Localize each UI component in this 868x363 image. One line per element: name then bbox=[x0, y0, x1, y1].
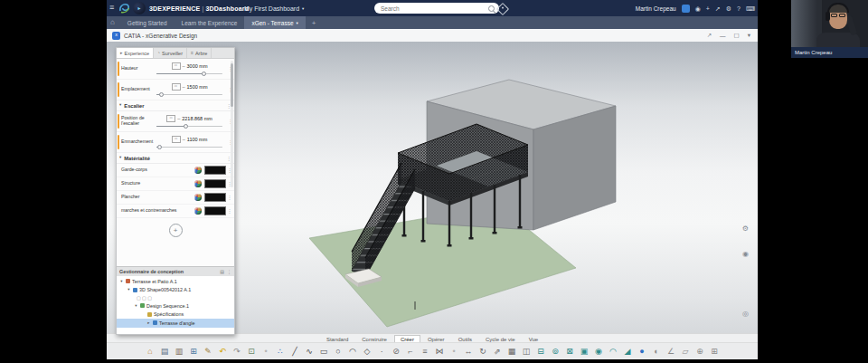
add-parameter-button[interactable]: + bbox=[169, 224, 183, 237]
rectangle-icon[interactable]: ▭ bbox=[317, 345, 330, 358]
fillet-icon[interactable]: ◠ bbox=[607, 345, 619, 358]
sketch-icon[interactable]: ✎ bbox=[202, 345, 214, 358]
trim-icon[interactable]: ⊘ bbox=[390, 345, 402, 358]
share-icon[interactable]: ↗ bbox=[715, 5, 721, 12]
expand-icon[interactable]: ▸ bbox=[146, 321, 151, 326]
translate-icon[interactable]: ↔ bbox=[462, 345, 475, 358]
tab-xgen-terrasse[interactable]: xGen - Terrasse▾ bbox=[244, 16, 305, 29]
home-icon[interactable]: ⌂ bbox=[110, 19, 115, 26]
chamfer-icon[interactable]: ◢ bbox=[621, 345, 634, 358]
slider-handle[interactable] bbox=[184, 124, 188, 129]
material-sphere-icon[interactable] bbox=[194, 167, 202, 174]
arc-icon[interactable]: ◠ bbox=[346, 345, 359, 358]
param-value[interactable]: 1500 mm bbox=[187, 84, 208, 90]
tab-learn-the-experience[interactable]: Learn the Experience bbox=[175, 16, 245, 29]
tab-getting-started[interactable]: Getting Started bbox=[120, 16, 175, 29]
circle-icon[interactable]: ○ bbox=[332, 345, 344, 358]
line-icon[interactable]: ╱ bbox=[288, 345, 301, 358]
tree-item[interactable]: ▾ Design Sequence.1 bbox=[117, 301, 234, 310]
menu-icon[interactable]: ≡ bbox=[109, 4, 114, 12]
compass-play-icon[interactable]: ▸ bbox=[133, 2, 146, 14]
material-color-swatch[interactable] bbox=[204, 166, 226, 175]
material-color-swatch[interactable] bbox=[204, 179, 226, 188]
catalog-icon[interactable]: ▥ bbox=[173, 345, 185, 358]
thicken-icon[interactable]: ◉ bbox=[592, 345, 605, 358]
home-icon[interactable]: ⌂ bbox=[144, 345, 156, 358]
revolve-icon[interactable]: ⊚ bbox=[549, 345, 561, 358]
offset-icon[interactable]: ≡ bbox=[419, 345, 431, 358]
slider-handle[interactable] bbox=[159, 92, 164, 97]
help-icon[interactable]: ? bbox=[737, 5, 741, 12]
fullscreen-icon[interactable]: ▢ bbox=[734, 32, 740, 39]
loft-icon[interactable]: ▣ bbox=[578, 345, 590, 358]
corner-icon[interactable]: ⌐ bbox=[404, 345, 417, 358]
compass-icon[interactable]: ◉ bbox=[695, 5, 701, 12]
keyboard-icon[interactable]: ⌨ bbox=[746, 5, 755, 12]
spline-icon[interactable]: ∿ bbox=[303, 345, 316, 358]
scale-icon[interactable]: ⇗ bbox=[491, 345, 504, 358]
undo-icon[interactable]: ↶ bbox=[216, 345, 229, 358]
grid-icon[interactable]: ⊞ bbox=[708, 345, 721, 358]
plane-icon[interactable]: ▱ bbox=[679, 345, 692, 358]
kebab-icon[interactable]: ⋮ bbox=[227, 270, 231, 274]
separator-dot[interactable]: • bbox=[448, 345, 460, 358]
panel-tab[interactable]: ◔ Surveiller bbox=[154, 48, 187, 58]
add-tab-button[interactable]: + bbox=[306, 19, 323, 27]
param-value[interactable]: 1100 mm bbox=[187, 137, 208, 142]
material-menu-icon[interactable]: ⋮ bbox=[226, 208, 233, 214]
material-menu-icon[interactable]: ⋮ bbox=[226, 195, 233, 200]
panel-tab[interactable]: ▸ Experience bbox=[117, 48, 154, 58]
param-value[interactable]: 2218.868 mm bbox=[182, 116, 212, 121]
view-cube-icon[interactable]: ◎ bbox=[742, 310, 749, 318]
search-input[interactable] bbox=[379, 5, 485, 13]
tree-item[interactable]: ▾ Terrasse et Patio A.1 bbox=[117, 277, 234, 286]
expand-icon[interactable]: ▾ bbox=[127, 288, 131, 292]
tree-inline-toolbar[interactable]: ▢ ▢ ▢ bbox=[117, 294, 234, 301]
redo-icon[interactable]: ↷ bbox=[231, 345, 243, 358]
separator-dot[interactable]: • bbox=[259, 345, 272, 358]
collapse-icon[interactable]: ▾ bbox=[748, 32, 750, 39]
section-icon[interactable]: ◐ bbox=[650, 345, 663, 358]
param-slider[interactable] bbox=[156, 145, 222, 149]
expand-icon[interactable]: ▾ bbox=[119, 280, 124, 284]
tree-item[interactable]: ▸ Terrasse d'angle bbox=[117, 319, 234, 328]
sphere-icon[interactable]: ● bbox=[636, 345, 648, 358]
search-bar[interactable] bbox=[374, 3, 499, 14]
section-materialite[interactable]: ▾ Matérialité ⋮ bbox=[117, 153, 234, 164]
mirror-icon[interactable]: ⋈ bbox=[433, 345, 446, 358]
material-color-swatch[interactable] bbox=[204, 206, 226, 215]
slider-handle[interactable] bbox=[157, 145, 162, 149]
param-slider[interactable] bbox=[156, 124, 222, 129]
webcam-video[interactable] bbox=[791, 0, 868, 47]
material-sphere-icon[interactable] bbox=[194, 207, 202, 215]
expand-icon[interactable]: ▾ bbox=[134, 304, 138, 309]
material-color-swatch[interactable] bbox=[204, 193, 226, 202]
material-sphere-icon[interactable] bbox=[194, 180, 202, 187]
param-value[interactable]: 3000 mm bbox=[187, 63, 208, 69]
anchor-icon[interactable]: ⊕ bbox=[693, 345, 706, 358]
assistant-icon[interactable]: ◉ bbox=[742, 251, 749, 258]
polygon-icon[interactable]: ◇ bbox=[361, 345, 373, 358]
settings-icon[interactable]: ⚙ bbox=[742, 225, 749, 233]
extrude-icon[interactable]: ⊟ bbox=[534, 345, 547, 358]
tree-item[interactable]: ▾ 3D Shape00542012 A.1 bbox=[117, 286, 234, 295]
search-icon[interactable] bbox=[488, 5, 495, 12]
dashboard-switcher[interactable]: My First Dashboard▾ bbox=[244, 5, 304, 12]
slider-handle[interactable] bbox=[202, 72, 206, 76]
pattern-icon[interactable]: ▦ bbox=[505, 345, 518, 358]
user-name[interactable]: Martin Crepeau bbox=[636, 5, 676, 12]
minimize-icon[interactable]: — bbox=[720, 33, 726, 39]
panel-tab[interactable]: ≡ Arbre bbox=[187, 48, 212, 58]
param-slider[interactable] bbox=[156, 72, 222, 76]
data-panel-icon[interactable]: ▤ bbox=[158, 345, 171, 358]
window-icon[interactable]: ⊞ bbox=[187, 345, 200, 358]
point-grid-icon[interactable]: ∴ bbox=[274, 345, 287, 358]
share-user-icon[interactable]: ↗ bbox=[707, 32, 712, 39]
tree-item[interactable]: Spécifications bbox=[117, 310, 234, 320]
param-slider[interactable] bbox=[156, 92, 222, 97]
app-badge[interactable] bbox=[682, 5, 690, 13]
split-icon[interactable]: ◫ bbox=[520, 345, 533, 358]
settings-icon[interactable]: ⚙ bbox=[726, 5, 731, 12]
point-icon[interactable]: ∙ bbox=[375, 345, 388, 358]
rotate-icon[interactable]: ↻ bbox=[476, 345, 489, 358]
